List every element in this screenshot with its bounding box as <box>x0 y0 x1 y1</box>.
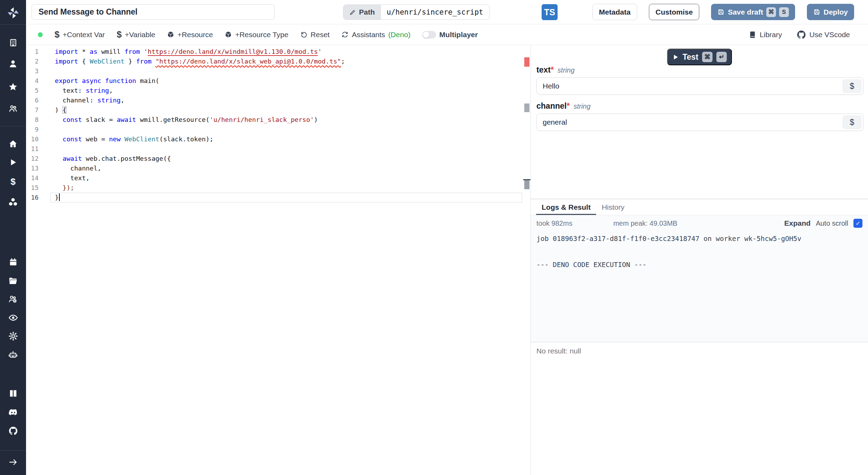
floppy-icon <box>813 8 820 16</box>
field-input-wrap: $ <box>536 77 863 95</box>
sidebar-calendar-icon[interactable] <box>0 258 26 267</box>
sidebar-robot-icon[interactable] <box>0 350 26 359</box>
insert-variable-button[interactable]: $ <box>843 80 861 93</box>
autoscroll-label: Auto scroll <box>816 219 848 227</box>
sidebar-folder-icon[interactable] <box>0 276 26 285</box>
add-context-var-button[interactable]: $+Context Var <box>55 30 105 39</box>
sidebar-divider <box>0 24 26 25</box>
sidebar-building-icon[interactable] <box>0 38 26 47</box>
editor-scrollbar[interactable] <box>523 45 531 475</box>
code-text: } <box>39 193 60 202</box>
topbar-actions: Metadata Customise Save draft ⌘ S Deploy <box>592 4 854 20</box>
code-text: channel: string, <box>39 95 125 105</box>
code-line-12[interactable]: 12 await web.chat.postMessage({ <box>26 154 531 164</box>
code-line-3[interactable]: 3 <box>26 66 531 76</box>
code-line-2[interactable]: 2import { WebClient } from "https://deno… <box>26 57 531 66</box>
tab-history[interactable]: History <box>596 199 630 215</box>
result-text: No result: null <box>536 347 581 355</box>
sidebar-users-icon[interactable] <box>0 104 26 113</box>
save-draft-button[interactable]: Save draft ⌘ S <box>711 4 795 20</box>
code-text <box>39 125 55 134</box>
line-number: 12 <box>26 154 39 164</box>
sidebar-github-icon[interactable] <box>0 426 26 436</box>
windmill-logo[interactable] <box>0 6 26 20</box>
line-number: 1 <box>26 47 39 57</box>
sidebar-arrow-right-icon[interactable] <box>0 457 26 467</box>
code-text <box>39 66 55 76</box>
floppy-icon <box>717 8 725 16</box>
autoscroll-checkbox[interactable]: ✓ <box>853 219 862 228</box>
code-line-15[interactable]: 15 }); <box>26 183 531 193</box>
preview-panel: Test ⌘ ↵ text*string$channel*string$ Log… <box>531 45 868 475</box>
code-text: text, <box>39 173 90 183</box>
library-button[interactable]: Library <box>749 31 782 39</box>
channel-input[interactable] <box>537 114 863 131</box>
status-dot-icon <box>38 32 43 37</box>
code-line-8[interactable]: 8 const slack = await wmill.getResource(… <box>26 115 531 125</box>
code-editor[interactable]: 1import * as wmill from 'https://deno.la… <box>26 45 531 475</box>
code-text: channel, <box>39 164 101 173</box>
tab-logs-result[interactable]: Logs & Result <box>536 199 596 215</box>
add-variable-button[interactable]: $+Variable <box>117 30 155 39</box>
code-line-11[interactable]: 11 <box>26 144 531 154</box>
code-line-1[interactable]: 1import * as wmill from 'https://deno.la… <box>26 47 531 57</box>
use-vscode-button[interactable]: Use VScode <box>796 30 850 40</box>
line-number: 13 <box>26 164 39 173</box>
sidebar-discord-icon[interactable] <box>0 407 26 417</box>
code-line-9[interactable]: 9 <box>26 125 531 134</box>
sidebar-play-icon[interactable] <box>0 158 26 167</box>
line-number: 6 <box>26 95 39 105</box>
text-cursor <box>59 193 60 201</box>
reset-button[interactable]: Reset <box>300 31 330 39</box>
insert-variable-button[interactable]: $ <box>843 116 861 129</box>
sidebar-user-icon[interactable] <box>0 59 26 68</box>
multiplayer-toggle-group: Multiplayer <box>422 31 478 39</box>
sidebar-eye-icon[interactable] <box>0 313 26 323</box>
add-resource-type-button[interactable]: +Resource Type <box>225 31 288 39</box>
path-group[interactable]: Path u/henri/sincere_script <box>343 5 490 20</box>
cube-icon <box>225 31 232 38</box>
code-line-5[interactable]: 5 text: string, <box>26 86 531 95</box>
sidebar-star-icon[interactable] <box>0 82 26 92</box>
code-text <box>39 144 55 154</box>
sidebar-gear-icon[interactable] <box>0 331 26 341</box>
code-line-10[interactable]: 10 const web = new WebClient(slack.token… <box>26 134 531 144</box>
sidebar: $ <box>0 0 26 475</box>
sidebar-home-icon[interactable] <box>0 139 26 149</box>
code-text: }); <box>39 183 74 193</box>
field-text: text*string$ <box>536 65 863 95</box>
sync-icon <box>341 31 349 38</box>
add-resource-button[interactable]: +Resource <box>167 31 213 39</box>
test-button[interactable]: Test ⌘ ↵ <box>667 49 732 65</box>
customise-button[interactable]: Customise <box>649 4 699 20</box>
code-line-14[interactable]: 14 text, <box>26 173 531 183</box>
code-area[interactable]: 1import * as wmill from 'https://deno.la… <box>26 45 531 202</box>
code-text: ) { <box>39 105 66 115</box>
assistants-button[interactable]: Assistants (Deno) <box>341 31 410 39</box>
github-icon <box>796 30 806 40</box>
code-text: import { WebClient } from "https://deno.… <box>39 57 345 66</box>
text-input[interactable] <box>537 78 863 94</box>
scroll-thumb[interactable] <box>524 180 529 189</box>
multiplayer-label: Multiplayer <box>439 31 478 39</box>
code-line-4[interactable]: 4export async function main( <box>26 76 531 86</box>
path-edit-button[interactable]: Path <box>343 5 381 19</box>
deploy-button[interactable]: Deploy <box>807 4 854 20</box>
code-line-6[interactable]: 6 channel: string, <box>26 95 531 105</box>
code-line-7[interactable]: 7) { <box>26 105 531 115</box>
sidebar-dollar-icon[interactable]: $ <box>0 177 26 186</box>
multiplayer-toggle[interactable] <box>422 31 436 39</box>
sidebar-users-gear-icon[interactable] <box>0 294 26 304</box>
sidebar-book-open-icon[interactable] <box>0 389 26 398</box>
script-title-input[interactable] <box>32 4 275 20</box>
cmd-key-badge: ⌘ <box>766 7 776 17</box>
dollar-icon: $ <box>55 30 59 39</box>
metadata-button[interactable]: Metadata <box>592 4 637 20</box>
sidebar-cubes-icon[interactable] <box>0 197 26 207</box>
library-label: Library <box>760 31 782 39</box>
line-number: 3 <box>26 66 39 76</box>
code-line-16[interactable]: 16} <box>26 193 531 202</box>
code-line-13[interactable]: 13 channel, <box>26 164 531 173</box>
expand-button[interactable]: Expand <box>784 219 811 227</box>
log-output: job 018963f2-a317-d81f-f1f0-e3cc23418747… <box>531 231 868 272</box>
